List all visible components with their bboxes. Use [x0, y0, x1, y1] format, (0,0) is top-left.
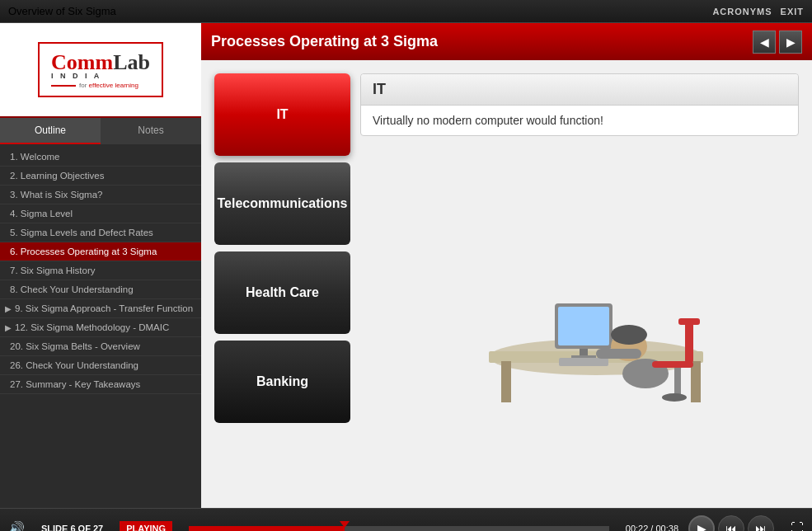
progress-bar[interactable] — [189, 526, 609, 531]
tab-outline[interactable]: Outline — [0, 118, 101, 144]
lab-text: Lab — [113, 50, 150, 75]
nav-item-7[interactable]: 7. Six Sigma History — [0, 261, 201, 280]
sector-telecom-button[interactable]: Telecommunications — [214, 162, 350, 245]
svg-rect-2 — [501, 361, 511, 402]
svg-rect-14 — [674, 368, 681, 397]
forward-button[interactable]: ⏭ — [748, 515, 774, 532]
desk-illustration — [448, 229, 711, 411]
nav-item-8[interactable]: 8. Check Your Understanding — [0, 280, 201, 299]
title-bar: Overview of Six Sigma ACRONYMS EXIT — [0, 0, 812, 23]
nav-item-6[interactable]: 6. Processes Operating at 3 Sigma — [0, 242, 201, 261]
play-button[interactable]: ▶ — [688, 515, 715, 532]
svg-rect-12 — [596, 349, 641, 359]
content-area: Processes Operating at 3 Sigma ◀ ▶ IT Te… — [201, 23, 812, 508]
svg-rect-16 — [685, 320, 693, 363]
content-header: Processes Operating at 3 Sigma ◀ ▶ — [201, 23, 812, 60]
sidebar-tabs: Outline Notes — [0, 118, 201, 144]
sector-banking-button[interactable]: Banking — [214, 341, 350, 423]
svg-rect-17 — [678, 318, 700, 325]
tab-notes[interactable]: Notes — [101, 118, 201, 144]
svg-rect-5 — [558, 307, 609, 345]
nav-item-20[interactable]: 20. Six Sigma Belts - Overview — [0, 337, 201, 356]
info-box: IT Virtually no modern computer would fu… — [360, 73, 799, 136]
slide-title: Processes Operating at 3 Sigma — [211, 33, 438, 50]
sector-it-button[interactable]: IT — [214, 73, 350, 156]
svg-rect-3 — [691, 361, 701, 402]
prev-arrow[interactable]: ◀ — [753, 31, 776, 54]
logo-area: CommLab I N D I A for effective learning — [0, 23, 201, 118]
app-title: Overview of Six Sigma — [8, 5, 116, 17]
time-display: 00:22 / 00:38 — [626, 524, 678, 532]
illustration-area — [360, 144, 799, 495]
nav-list: 1. Welcome 2. Learning Objectives 3. Wha… — [0, 144, 201, 508]
nav-item-4[interactable]: 4. Sigma Level — [0, 204, 201, 223]
player-bar: 🔊 SLIDE 6 OF 27 PLAYING 00:22 / 00:38 ▶ … — [0, 508, 812, 531]
india-text: I N D I A — [51, 72, 101, 80]
svg-rect-8 — [559, 358, 608, 366]
nav-item-26[interactable]: 26. Check Your Understanding — [0, 356, 201, 375]
sector-buttons: IT Telecommunications Health Care Bankin… — [214, 73, 350, 495]
right-column: IT Virtually no modern computer would fu… — [360, 73, 799, 495]
acronyms-button[interactable]: ACRONYMS — [712, 7, 772, 16]
exit-button[interactable]: EXIT — [781, 7, 804, 16]
commlab-logo: CommLab I N D I A for effective learning — [51, 50, 150, 89]
progress-fill — [189, 526, 345, 531]
rewind-button[interactable]: ⏮ — [718, 515, 744, 532]
next-arrow[interactable]: ▶ — [779, 31, 802, 54]
slide-info: SLIDE 6 OF 27 — [41, 524, 103, 532]
svg-point-10 — [611, 325, 647, 345]
top-buttons: ACRONYMS EXIT — [712, 7, 804, 16]
expand-arrow-12: ▶ — [5, 323, 12, 332]
nav-item-5[interactable]: 5. Sigma Levels and Defect Rates — [0, 223, 201, 242]
nav-item-3[interactable]: 3. What is Six Sigma? — [0, 186, 201, 204]
nav-item-9[interactable]: ▶9. Six Sigma Approach - Transfer Functi… — [0, 299, 201, 318]
fullscreen-button[interactable]: ⛶ — [791, 521, 804, 532]
nav-item-1[interactable]: 1. Welcome — [0, 148, 201, 167]
progress-indicator — [340, 521, 350, 528]
nav-arrows: ◀ ▶ — [753, 31, 802, 54]
control-buttons: ▶ ⏮ ⏭ — [688, 515, 774, 532]
nav-item-2[interactable]: 2. Learning Objectives — [0, 167, 201, 186]
info-description: Virtually no modern computer would funct… — [361, 106, 798, 135]
sector-healthcare-button[interactable]: Health Care — [214, 251, 350, 334]
svg-point-15 — [662, 393, 687, 402]
nav-item-12[interactable]: ▶12. Six Sigma Methodology - DMAIC — [0, 318, 201, 337]
nav-item-27[interactable]: 27. Summary - Key Takeaways — [0, 375, 201, 394]
info-title: IT — [361, 74, 798, 106]
sidebar: CommLab I N D I A for effective learning… — [0, 23, 201, 508]
status-badge: PLAYING — [120, 521, 172, 532]
main-area: CommLab I N D I A for effective learning… — [0, 23, 812, 508]
volume-button[interactable]: 🔊 — [8, 520, 25, 531]
expand-arrow-9: ▶ — [5, 304, 12, 313]
slide-content: IT Telecommunications Health Care Bankin… — [201, 60, 812, 508]
tagline: for effective learning — [79, 82, 138, 89]
